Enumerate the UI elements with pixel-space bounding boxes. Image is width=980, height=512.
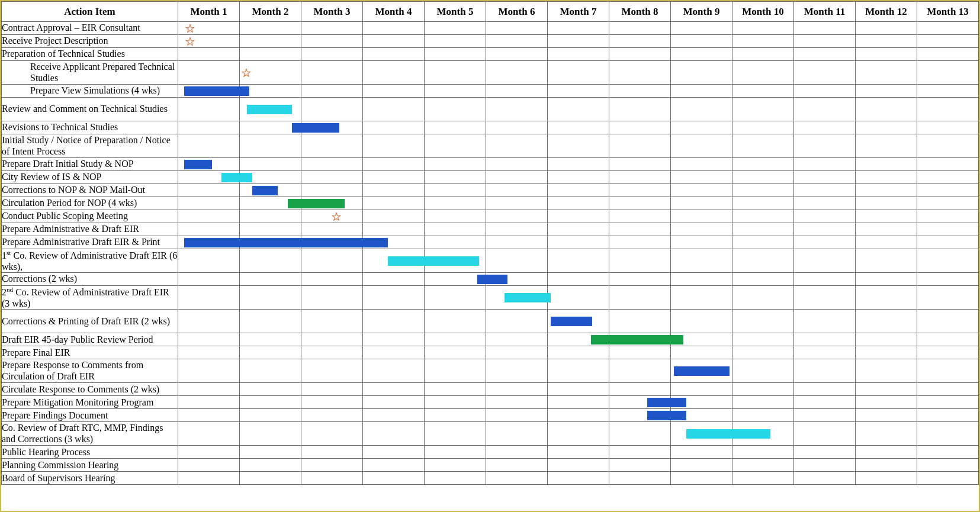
month-cell xyxy=(548,22,609,35)
month-cell xyxy=(301,236,363,249)
month-cell xyxy=(732,359,794,383)
month-cell xyxy=(732,346,794,359)
month-cell xyxy=(548,171,609,184)
month-cell xyxy=(732,286,794,310)
month-cell xyxy=(425,197,486,210)
table-row: Public Hearing Process xyxy=(2,446,979,459)
month-cell xyxy=(671,22,732,35)
month-cell xyxy=(363,286,425,310)
month-cell xyxy=(794,422,856,446)
month-cell xyxy=(301,197,363,210)
table-row: 2nd Co. Review of Administrative Draft E… xyxy=(2,286,979,310)
month-cell xyxy=(856,310,917,333)
action-item-label: Prepare Response to Comments from Circul… xyxy=(2,359,178,383)
month-cell xyxy=(671,61,732,85)
month-cell xyxy=(425,422,486,446)
action-item-label: 1st Co. Review of Administrative Draft E… xyxy=(2,249,178,273)
month-cell xyxy=(732,383,794,396)
month-cell xyxy=(732,273,794,286)
col-month-4: Month 4 xyxy=(363,2,425,22)
table-head: Action Item Month 1 Month 2 Month 3 Mont… xyxy=(2,2,979,22)
month-cell xyxy=(178,121,240,134)
month-cell xyxy=(240,409,301,422)
month-cell xyxy=(609,396,671,409)
month-cell xyxy=(732,35,794,48)
month-cell: ☆ xyxy=(240,61,301,85)
month-cell xyxy=(301,85,363,98)
month-cell xyxy=(301,446,363,459)
month-cell xyxy=(425,446,486,459)
month-cell xyxy=(425,346,486,359)
month-cell xyxy=(240,459,301,472)
month-cell xyxy=(425,210,486,223)
month-cell xyxy=(548,121,609,134)
month-cell xyxy=(671,310,732,333)
month-cell xyxy=(917,210,979,223)
month-cell xyxy=(917,184,979,197)
month-cell xyxy=(486,472,548,485)
month-cell xyxy=(425,184,486,197)
month-cell xyxy=(732,134,794,158)
action-item-label: Prepare Mitigation Monitoring Program xyxy=(2,396,178,409)
month-cell xyxy=(425,158,486,171)
month-cell xyxy=(548,359,609,383)
month-cell xyxy=(548,273,609,286)
month-cell xyxy=(732,210,794,223)
month-cell xyxy=(486,273,548,286)
gantt-bar xyxy=(184,160,212,169)
month-cell xyxy=(609,134,671,158)
month-cell xyxy=(917,333,979,346)
table-row: Planning Commission Hearing xyxy=(2,459,979,472)
month-cell xyxy=(240,223,301,236)
month-cell xyxy=(856,121,917,134)
month-cell xyxy=(609,383,671,396)
month-cell xyxy=(732,236,794,249)
month-cell xyxy=(178,61,240,85)
month-cell xyxy=(548,446,609,459)
month-cell xyxy=(732,171,794,184)
month-cell xyxy=(178,184,240,197)
month-cell xyxy=(363,158,425,171)
month-cell xyxy=(301,383,363,396)
milestone-star-icon: ☆ xyxy=(331,209,342,223)
month-cell xyxy=(486,310,548,333)
month-cell xyxy=(732,472,794,485)
month-cell xyxy=(917,98,979,121)
month-cell xyxy=(856,359,917,383)
month-cell xyxy=(240,121,301,134)
month-cell xyxy=(732,158,794,171)
month-cell xyxy=(609,184,671,197)
month-cell xyxy=(609,310,671,333)
month-cell xyxy=(486,61,548,85)
month-cell xyxy=(671,409,732,422)
month-cell xyxy=(178,171,240,184)
month-cell xyxy=(486,223,548,236)
month-cell xyxy=(856,184,917,197)
month-cell xyxy=(856,35,917,48)
month-cell xyxy=(732,85,794,98)
month-cell xyxy=(240,35,301,48)
month-cell xyxy=(609,197,671,210)
month-cell xyxy=(363,409,425,422)
month-cell xyxy=(486,359,548,383)
month-cell xyxy=(856,158,917,171)
col-month-5: Month 5 xyxy=(425,2,486,22)
table-row: Corrections to NOP & NOP Mail-Out xyxy=(2,184,979,197)
month-cell xyxy=(671,171,732,184)
month-cell xyxy=(240,236,301,249)
action-item-label: 2nd Co. Review of Administrative Draft E… xyxy=(2,286,178,310)
month-cell xyxy=(178,383,240,396)
month-cell xyxy=(486,236,548,249)
month-cell xyxy=(178,134,240,158)
month-cell xyxy=(794,85,856,98)
month-cell xyxy=(425,383,486,396)
month-cell xyxy=(548,249,609,273)
month-cell xyxy=(548,35,609,48)
month-cell xyxy=(486,422,548,446)
action-item-label: Corrections & Printing of Draft EIR (2 w… xyxy=(2,310,178,333)
month-cell xyxy=(178,223,240,236)
month-cell xyxy=(794,121,856,134)
month-cell xyxy=(856,85,917,98)
action-item-label: Initial Study / Notice of Preparation / … xyxy=(2,134,178,158)
month-cell xyxy=(671,184,732,197)
